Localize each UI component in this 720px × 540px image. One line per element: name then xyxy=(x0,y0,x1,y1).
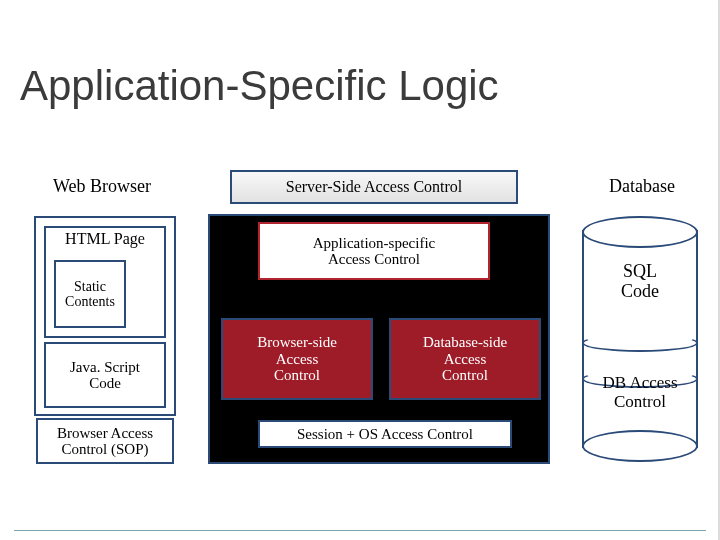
column-header-database: Database xyxy=(596,176,688,197)
web-browser-container: HTML Page StaticContents Java. ScriptCod… xyxy=(34,216,176,416)
html-page-box: HTML Page StaticContents xyxy=(44,226,166,338)
footer-accent-line xyxy=(14,530,706,531)
database-cylinder: SQLCode DB AccessControl xyxy=(582,216,698,462)
column-header-server: Server-Side Access Control xyxy=(230,170,518,204)
database-side-access-control-box: Database-sideAccessControl xyxy=(389,318,541,400)
column-header-browser: Web Browser xyxy=(52,176,152,197)
sql-code-label: SQLCode xyxy=(582,262,698,302)
static-contents-box: StaticContents xyxy=(54,260,126,328)
db-access-control-label: DB AccessControl xyxy=(578,374,702,411)
session-os-access-control-box: Session + OS Access Control xyxy=(258,420,512,448)
html-page-label: HTML Page xyxy=(46,230,164,248)
browser-side-access-control-box: Browser-sideAccessControl xyxy=(221,318,373,400)
app-specific-access-control-box: Application-specificAccess Control xyxy=(258,222,490,280)
slide-title: Application-Specific Logic xyxy=(20,62,499,110)
browser-sop-box: Browser AccessControl (SOP) xyxy=(36,418,174,464)
javascript-code-box: Java. ScriptCode xyxy=(44,342,166,408)
